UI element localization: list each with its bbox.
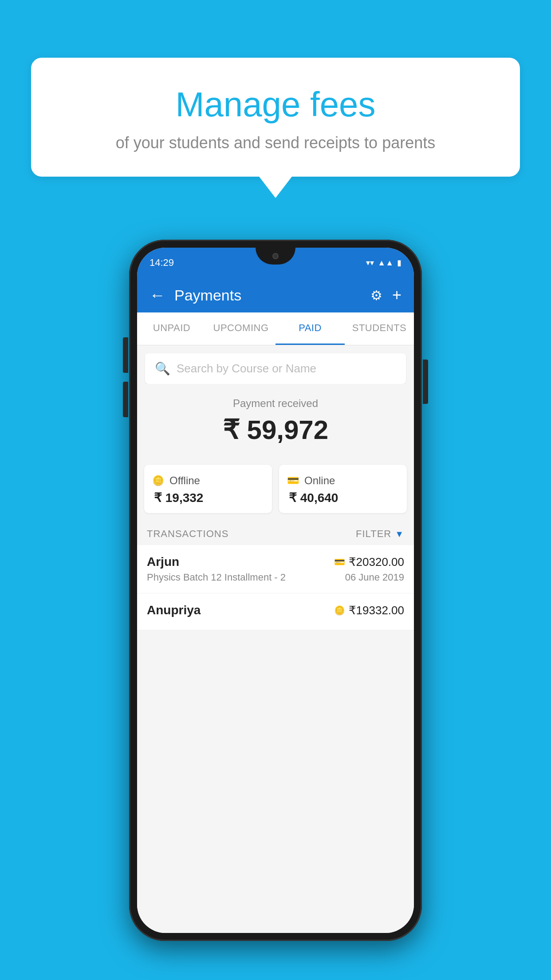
power-button (423, 360, 428, 404)
status-bar: 14:29 ▾▾ ▲▲ ▮ (137, 248, 414, 278)
payment-received-amount: ₹ 59,972 (146, 414, 405, 445)
search-icon: 🔍 (155, 361, 170, 376)
table-row[interactable]: Arjun 💳 ₹20320.00 Physics Batch 12 Insta… (137, 545, 414, 593)
tab-unpaid[interactable]: UNPAID (137, 312, 206, 345)
status-icons: ▾▾ ▲▲ ▮ (366, 258, 401, 268)
settings-icon[interactable]: ⚙ (370, 288, 382, 303)
filter-icon: ▼ (395, 529, 404, 539)
transactions-label: TRANSACTIONS (147, 528, 228, 540)
transaction-date: 06 June 2019 (345, 572, 404, 583)
transaction-method-icon: 🪙 (334, 605, 345, 616)
phone-wrapper: 14:29 ▾▾ ▲▲ ▮ ← Payments ⚙ + UNPAID UPCO… (129, 240, 422, 941)
notch-cutout (256, 248, 295, 265)
online-amount: ₹ 40,640 (287, 490, 399, 505)
online-label: Online (304, 474, 335, 487)
online-icon: 💳 (287, 475, 299, 486)
tabs: UNPAID UPCOMING PAID STUDENTS (137, 312, 414, 345)
transaction-name: Arjun (147, 555, 179, 569)
online-card: 💳 Online ₹ 40,640 (279, 465, 407, 513)
filter-label: FILTER (356, 528, 391, 540)
transaction-amount: ₹20320.00 (349, 555, 404, 569)
search-placeholder-text: Search by Course or Name (177, 362, 316, 375)
tab-paid[interactable]: PAID (276, 312, 345, 345)
tab-upcoming[interactable]: UPCOMING (206, 312, 276, 345)
speech-bubble: Manage fees of your students and send re… (31, 58, 520, 177)
main-content: 🔍 Search by Course or Name Payment recei… (137, 345, 414, 933)
payment-received-label: Payment received (146, 397, 405, 410)
app-bar: ← Payments ⚙ + (137, 278, 414, 312)
app-bar-title: Payments (174, 287, 362, 304)
payment-received-section: Payment received ₹ 59,972 (137, 384, 414, 465)
app-bar-actions: ⚙ + (370, 286, 401, 304)
tab-students[interactable]: STUDENTS (345, 312, 414, 345)
transaction-name: Anupriya (147, 603, 201, 617)
search-bar[interactable]: 🔍 Search by Course or Name (145, 353, 406, 384)
phone-screen: 14:29 ▾▾ ▲▲ ▮ ← Payments ⚙ + UNPAID UPCO… (137, 248, 414, 933)
hero-subtitle: of your students and send receipts to pa… (53, 134, 498, 152)
offline-amount: ₹ 19,332 (152, 490, 264, 505)
transactions-header: TRANSACTIONS FILTER ▼ (137, 520, 414, 545)
table-row[interactable]: Anupriya 🪙 ₹19332.00 (137, 593, 414, 630)
offline-icon: 🪙 (152, 475, 164, 486)
filter-button[interactable]: FILTER ▼ (356, 528, 404, 540)
wifi-icon: ▾▾ (366, 258, 374, 268)
battery-icon: ▮ (397, 258, 401, 268)
signal-icon: ▲▲ (378, 258, 394, 268)
transaction-amount-area: 💳 ₹20320.00 (334, 555, 404, 569)
hero-title: Manage fees (53, 84, 498, 125)
transaction-course: Physics Batch 12 Installment - 2 (147, 572, 286, 583)
add-icon[interactable]: + (392, 286, 401, 304)
back-button[interactable]: ← (150, 286, 165, 304)
offline-card: 🪙 Offline ₹ 19,332 (144, 465, 272, 513)
status-time: 14:29 (150, 257, 174, 269)
transaction-method-icon: 💳 (334, 557, 345, 567)
payment-cards: 🪙 Offline ₹ 19,332 💳 Online ₹ 40,640 (144, 465, 407, 513)
vol-down-button (123, 382, 128, 417)
transaction-amount: ₹19332.00 (349, 604, 404, 617)
vol-up-button (123, 337, 128, 373)
camera (272, 253, 279, 259)
offline-label: Offline (169, 474, 200, 487)
transaction-amount-area: 🪙 ₹19332.00 (334, 604, 404, 617)
